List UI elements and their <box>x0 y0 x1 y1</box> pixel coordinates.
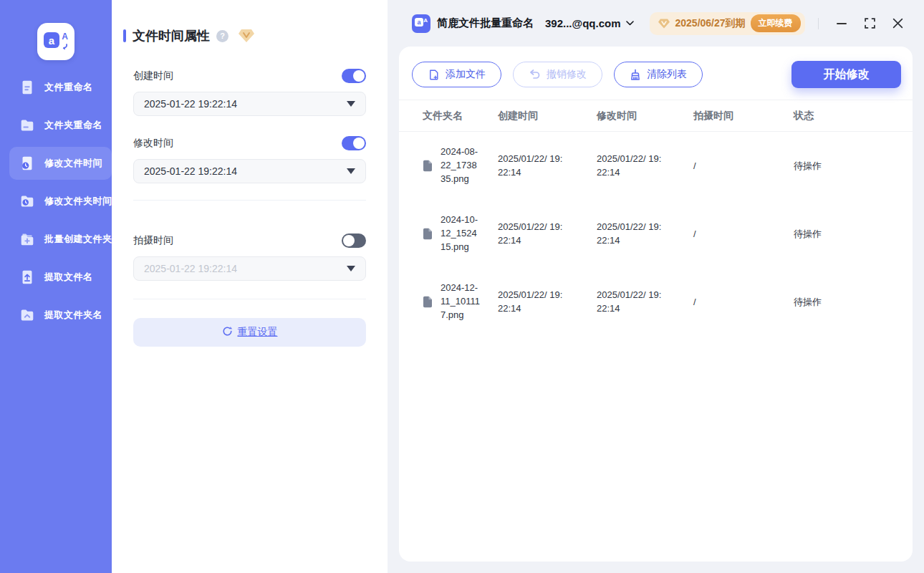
add-file-icon <box>428 69 440 81</box>
reset-icon <box>222 326 233 339</box>
vip-diamond-icon[interactable] <box>238 28 255 44</box>
file-name: 2024-10-12_152415.png <box>441 213 481 254</box>
column-header-name: 文件夹名 <box>423 110 498 122</box>
created-time: 2025/01/22/ 19:22:14 <box>498 289 566 316</box>
license-badge: 2025/06/27到期 立即续费 <box>650 12 805 35</box>
divider <box>818 18 819 29</box>
modified-time-label: 修改时间 <box>133 137 173 150</box>
renew-button[interactable]: 立即续费 <box>751 14 801 32</box>
table-header: 文件夹名 创建时间 修改时间 拍摄时间 状态 <box>399 100 913 132</box>
shot-time-label: 拍摄时间 <box>133 234 173 247</box>
folder-extract-icon <box>18 306 37 324</box>
table-row[interactable]: 2024-12-11_101117.png 2025/01/22/ 19:22:… <box>399 268 913 336</box>
toggle-knob <box>343 235 355 246</box>
broom-icon <box>630 69 641 81</box>
file-name: 2024-08-22_173835.png <box>441 145 481 186</box>
minimize-button[interactable] <box>835 17 848 30</box>
sidebar-item-batch-create-folder[interactable]: 批量创建文件夹 <box>0 223 112 256</box>
creation-time-dropdown[interactable]: 2025-01-22 19:22:14 <box>133 92 366 116</box>
shot-time: / <box>693 228 794 239</box>
divider <box>133 299 366 299</box>
app-icon: a A <box>412 14 430 33</box>
sidebar-item-label: 提取文件名 <box>44 271 93 284</box>
undo-button[interactable]: 撤销修改 <box>513 62 602 87</box>
shot-time-value: 2025-01-22 19:22:14 <box>144 263 237 274</box>
account-menu[interactable]: 392...@qq.com <box>545 17 634 29</box>
column-header-shot: 拍摄时间 <box>693 110 794 122</box>
column-header-status: 状态 <box>794 110 889 122</box>
column-header-created: 创建时间 <box>498 110 597 122</box>
table-row[interactable]: 2024-08-22_173835.png 2025/01/22/ 19:22:… <box>399 132 913 200</box>
title-accent-bar <box>123 29 126 42</box>
app-window: a A 文件重命名 文件夹重命名 <box>0 0 924 573</box>
sidebar-item-label: 批量创建文件夹 <box>44 233 112 246</box>
app-logo: a A <box>37 23 74 60</box>
sidebar-item-extract-foldername[interactable]: 提取文件夹名 <box>0 299 112 332</box>
sidebar-item-label: 修改文件夹时间 <box>44 195 112 208</box>
chevron-down-icon <box>626 21 634 26</box>
undo-icon <box>529 69 541 80</box>
license-expiry: 2025/06/27到期 <box>675 17 746 30</box>
sidebar-item-folder-rename[interactable]: 文件夹重命名 <box>0 109 112 142</box>
modified-time: 2025/01/22/ 19:22:14 <box>597 289 665 316</box>
fullscreen-icon <box>865 18 875 29</box>
shot-time: / <box>693 160 794 171</box>
status-text: 待操作 <box>794 228 889 241</box>
shot-time-dropdown: 2025-01-22 19:22:14 <box>133 256 366 281</box>
shot-time-toggle[interactable] <box>342 233 366 248</box>
close-icon <box>892 18 903 29</box>
created-time: 2025/01/22/ 19:22:14 <box>498 221 566 248</box>
file-icon <box>423 228 433 240</box>
file-icon <box>423 296 433 308</box>
table-row[interactable]: 2024-10-12_152415.png 2025/01/22/ 19:22:… <box>399 200 913 268</box>
folder-create-icon <box>18 230 37 249</box>
close-button[interactable] <box>891 17 904 30</box>
minimize-icon <box>837 23 847 24</box>
account-email: 392...@qq.com <box>545 17 621 29</box>
clear-list-button[interactable]: 清除列表 <box>614 62 703 87</box>
modified-time-toggle[interactable] <box>342 136 366 150</box>
folder-rename-icon <box>18 116 37 135</box>
shot-time: / <box>693 297 794 307</box>
sidebar-item-modify-file-time[interactable]: 修改文件时间 <box>9 147 112 180</box>
creation-time-toggle[interactable] <box>342 69 366 83</box>
start-modify-button[interactable]: 开始修改 <box>791 61 901 88</box>
sidebar: a A 文件重命名 文件夹重命名 <box>0 0 112 573</box>
vip-diamond-icon <box>658 18 670 29</box>
status-text: 待操作 <box>794 296 889 309</box>
page-title: 文件时间属性 <box>133 27 210 44</box>
app-icon-letter-sub: A <box>423 17 428 24</box>
titlebar: a A 简鹿文件批量重命名 392...@qq.com 2025/06/27到期… <box>388 0 924 47</box>
chevron-down-icon <box>347 168 355 174</box>
toggle-knob <box>353 70 365 82</box>
sidebar-item-extract-filename[interactable]: 提取文件名 <box>0 261 112 294</box>
created-time: 2025/01/22/ 19:22:14 <box>498 153 566 180</box>
creation-time-label: 创建时间 <box>133 69 173 82</box>
app-icon-letter: a <box>415 18 423 27</box>
window-controls <box>818 17 904 30</box>
status-text: 待操作 <box>794 160 889 173</box>
add-files-label: 添加文件 <box>446 68 486 81</box>
modified-time-dropdown[interactable]: 2025-01-22 19:22:14 <box>133 159 366 183</box>
reset-settings-label: 重置设置 <box>238 326 278 339</box>
file-icon <box>423 160 433 172</box>
file-time-icon <box>18 154 37 173</box>
file-list-card: 添加文件 撤销修改 清除列表 开始修改 文件夹名 创建时间 修改时间 拍摄时间 … <box>399 47 913 562</box>
reset-settings-button[interactable]: 重置设置 <box>133 318 366 347</box>
sidebar-item-file-rename[interactable]: 文件重命名 <box>0 71 112 104</box>
clear-list-label: 清除列表 <box>647 68 687 81</box>
modified-time: 2025/01/22/ 19:22:14 <box>597 153 665 180</box>
sidebar-item-modify-folder-time[interactable]: 修改文件夹时间 <box>0 185 112 218</box>
file-rename-icon <box>18 78 37 97</box>
fullscreen-button[interactable] <box>863 17 876 30</box>
help-icon[interactable]: ? <box>216 30 228 42</box>
sidebar-nav: 文件重命名 文件夹重命名 修改文件时间 修改文件夹时间 <box>0 71 112 332</box>
sidebar-item-label: 修改文件时间 <box>44 157 102 170</box>
add-files-button[interactable]: 添加文件 <box>412 62 501 87</box>
settings-panel: 文件时间属性 ? 创建时间 2025-01-22 19:22:14 修改时间 2… <box>112 0 388 573</box>
main-area: a A 简鹿文件批量重命名 392...@qq.com 2025/06/27到期… <box>388 0 924 573</box>
undo-label: 撤销修改 <box>547 68 587 81</box>
creation-time-value: 2025-01-22 19:22:14 <box>144 98 237 110</box>
toggle-knob <box>353 138 365 149</box>
sidebar-item-label: 文件夹重命名 <box>44 119 102 132</box>
